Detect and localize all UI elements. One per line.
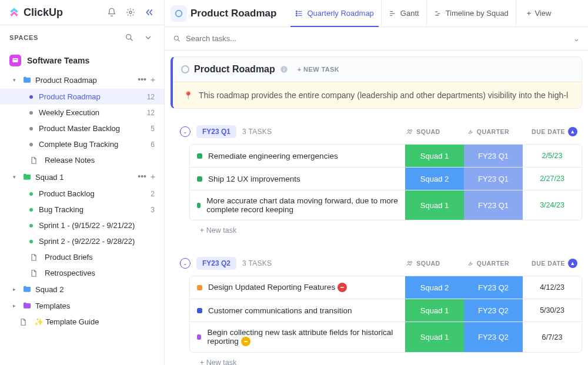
brand-logo[interactable]: ClickUp [8, 6, 99, 19]
sidebar-folder[interactable]: ▸Squad 2 [0, 281, 164, 297]
add-icon[interactable]: ＋ [149, 75, 157, 85]
group-header[interactable]: ⌄ FY23 Q2 3 TASKS SQUAD QUARTER DUE DATE… [180, 255, 582, 272]
quarter-cell[interactable]: FY23 Q1 [464, 168, 523, 190]
svg-point-0 [129, 11, 132, 14]
view-tab-label: Timeline by Squad [446, 9, 509, 18]
sidebar-list[interactable]: Product Backlog2 [0, 186, 164, 202]
sidebar-folder[interactable]: ▸Templates [0, 297, 164, 314]
sidebar-list[interactable]: Product Roadmap12 [0, 89, 164, 105]
info-icon[interactable] [280, 65, 288, 73]
search-icon [173, 35, 181, 43]
group-label: FY23 Q1 [196, 125, 236, 138]
sidebar-doc[interactable]: ✨ Template Guide [0, 314, 164, 330]
view-tab[interactable]: Timeline by Squad [427, 0, 516, 26]
collapse-group-icon[interactable]: ⌄ [180, 126, 191, 137]
collapse-sidebar-icon[interactable] [143, 6, 156, 19]
due-date-cell[interactable]: 2/5/23 [523, 145, 582, 167]
search-input[interactable] [186, 34, 569, 43]
chevron-down-icon[interactable]: ⌄ [573, 34, 580, 43]
task-search[interactable]: ⌄ [165, 27, 588, 51]
column-header-squad[interactable]: SQUAD [394, 260, 453, 267]
sidebar-list[interactable]: Product Master Backlog5 [0, 120, 164, 136]
quarter-cell[interactable]: FY23 Q2 [464, 322, 523, 352]
squad-cell[interactable]: Squad 1 [405, 322, 464, 352]
svg-point-12 [408, 130, 410, 132]
column-header-quarter[interactable]: QUARTER [459, 260, 517, 267]
list-dot-icon [29, 240, 33, 243]
collapse-group-icon[interactable]: ⌄ [180, 258, 191, 269]
task-row[interactable]: Begin collecting new task attribute fiel… [190, 322, 582, 352]
status-icon[interactable] [197, 176, 202, 182]
sidebar-folder[interactable]: ▾Product Roadmap•••＋ [0, 71, 164, 89]
column-header-quarter[interactable]: QUARTER [459, 128, 517, 135]
due-date-cell[interactable]: 5/30/23 [523, 299, 582, 322]
topbar: Product Roadmap Quarterly RoadmapGanttTi… [165, 0, 588, 27]
squad-cell[interactable]: Squad 1 [405, 145, 464, 167]
space-item[interactable]: Software Teams [0, 50, 164, 71]
group-count: 3 TASKS [242, 128, 272, 136]
gear-icon[interactable] [124, 6, 137, 19]
squad-cell[interactable]: Squad 1 [405, 190, 464, 220]
group-count: 3 TASKS [242, 259, 272, 267]
status-icon[interactable] [197, 153, 202, 159]
column-header-due[interactable]: DUE DATE▲ [523, 127, 582, 136]
list-count: 3 [151, 206, 157, 214]
squad-cell[interactable]: Squad 1 [405, 299, 464, 322]
sidebar-doc[interactable]: Release Notes [0, 152, 164, 168]
quarter-cell[interactable]: FY23 Q1 [464, 190, 523, 220]
status-icon[interactable] [197, 308, 202, 313]
search-icon[interactable] [123, 31, 136, 44]
status-icon[interactable] [197, 285, 202, 290]
space-name: Software Teams [27, 56, 89, 65]
view-tab-label: Gantt [400, 9, 419, 18]
quarter-cell[interactable]: FY23 Q1 [464, 145, 523, 167]
sidebar-list[interactable]: Complete Bug Tracking6 [0, 136, 164, 152]
sidebar-doc[interactable]: Product Briefs [0, 249, 164, 265]
sidebar-list[interactable]: Sprint 1 - (9/15/22 - 9/21/22) [0, 217, 164, 233]
column-header-squad[interactable]: SQUAD [394, 128, 453, 135]
sidebar-list[interactable]: Weekly Execution12 [0, 105, 164, 120]
status-icon[interactable] [197, 203, 201, 208]
bell-icon[interactable] [105, 6, 118, 19]
due-date-cell[interactable]: 6/7/23 [523, 322, 582, 352]
task-row[interactable]: More accurate chart data moving forward,… [190, 190, 582, 220]
list-name: Product Roadmap [39, 92, 143, 101]
new-task-button[interactable]: + New task [192, 220, 582, 240]
task-name: Begin collecting new task attribute fiel… [207, 328, 398, 346]
sidebar-list[interactable]: Bug Tracking3 [0, 202, 164, 217]
chevron-down-icon[interactable] [142, 31, 155, 44]
add-view-button[interactable]: + View [520, 9, 559, 18]
squad-cell[interactable]: Squad 2 [405, 276, 464, 299]
list-status-ring-icon[interactable] [171, 5, 187, 22]
new-task-button[interactable]: + NEW TASK [298, 66, 339, 73]
quarter-cell[interactable]: FY23 Q2 [464, 276, 523, 299]
content: Product Roadmap + NEW TASK 📍 This roadma… [165, 51, 588, 365]
more-icon[interactable]: ••• [138, 75, 146, 85]
view-tab[interactable]: Gantt [382, 0, 427, 26]
svg-point-15 [410, 262, 412, 263]
task-row[interactable]: Design Updated Reporting Features Squad … [190, 276, 582, 299]
list-dot-icon [29, 208, 33, 212]
squad-cell[interactable]: Squad 2 [405, 168, 464, 190]
sort-badge-icon[interactable]: ▲ [568, 127, 577, 136]
brand-name: ClickUp [24, 6, 63, 19]
sidebar-doc[interactable]: Retrospectives [0, 265, 164, 281]
due-date-cell[interactable]: 2/27/23 [523, 168, 582, 190]
status-icon[interactable] [197, 334, 201, 340]
due-date-cell[interactable]: 4/12/23 [523, 276, 582, 299]
column-header-due[interactable]: DUE DATE▲ [523, 259, 582, 268]
more-icon[interactable]: ••• [138, 172, 146, 182]
sort-badge-icon[interactable]: ▲ [568, 259, 577, 268]
sidebar-list[interactable]: Sprint 2 - (9/22/22 - 9/28/22) [0, 233, 164, 249]
task-row[interactable]: Customer communications and transition S… [190, 299, 582, 322]
task-row[interactable]: Remediate engineering emergencies Squad … [190, 145, 582, 167]
list-dot-icon [29, 111, 33, 115]
group-header[interactable]: ⌄ FY23 Q1 3 TASKS SQUAD QUARTER DUE DATE… [180, 123, 582, 140]
quarter-cell[interactable]: FY23 Q2 [464, 299, 523, 322]
due-date-cell[interactable]: 3/24/23 [523, 190, 582, 220]
task-row[interactable]: Ship 12 UX improvements Squad 2 FY23 Q1 … [190, 167, 582, 190]
add-icon[interactable]: ＋ [149, 172, 157, 182]
view-tab[interactable]: Quarterly Roadmap [288, 0, 381, 26]
sidebar-folder[interactable]: ▾Squad 1•••＋ [0, 168, 164, 186]
new-task-button[interactable]: + New task [192, 353, 582, 365]
